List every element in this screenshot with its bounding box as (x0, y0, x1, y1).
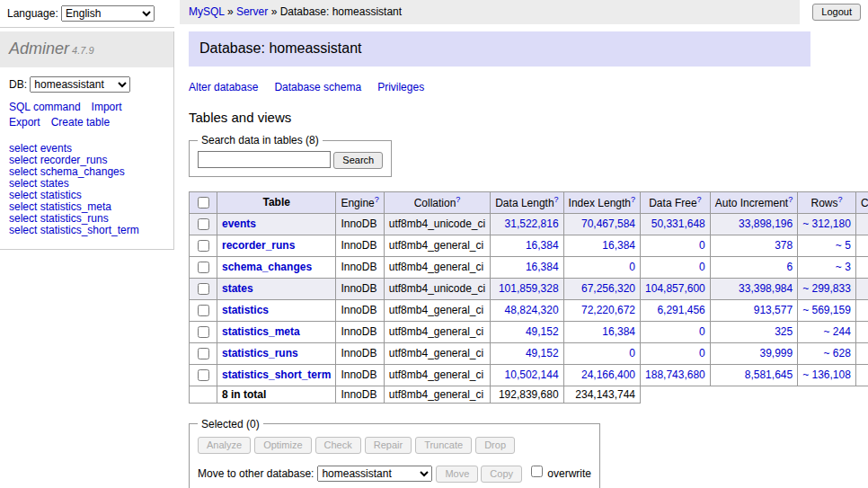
menu-links: SQL commandImportExportCreate table (9, 100, 164, 130)
data-length-cell: 31,522,816 (491, 213, 563, 235)
row-checkbox-statistics-meta[interactable] (198, 326, 209, 338)
row-checkbox-cell (190, 213, 217, 235)
move-label: Move to other database: (198, 467, 314, 480)
overwrite-label: overwrite (547, 467, 591, 480)
total-data-length-cell: 192,839,680 (491, 386, 563, 403)
rows-count-link[interactable]: ~ 136,108 (802, 368, 851, 381)
row-checkbox-states[interactable] (198, 283, 209, 295)
drop-button[interactable]: Drop (475, 437, 515, 454)
engine-cell: InnoDB (336, 278, 384, 299)
table-link-events[interactable]: events (222, 217, 256, 230)
table-link-states[interactable]: states (222, 282, 253, 295)
rows-cell: ~ 628 (798, 342, 856, 364)
row-checkbox-cell (190, 364, 217, 386)
row-checkbox-events[interactable] (198, 218, 209, 230)
analyze-button[interactable]: Analyze (198, 437, 251, 454)
breadcrumb-server-link[interactable]: Server (236, 5, 268, 18)
row-checkbox-cell (190, 299, 217, 321)
col-header-collation: Collation? (384, 191, 490, 213)
topbar: MySQL » Server » Database: homeassistant… (180, 0, 868, 24)
data-length-cell: 49,152 (491, 342, 563, 364)
search-input[interactable] (198, 151, 331, 168)
table-link-recorder-runs[interactable]: recorder_runs (222, 239, 295, 252)
language-select[interactable]: English (61, 5, 155, 22)
table-link-statistics-short-term[interactable]: statistics_short_term (222, 368, 331, 381)
row-checkbox-statistics-runs[interactable] (198, 348, 209, 359)
menu-link-export[interactable]: Export (9, 116, 40, 129)
comment-cell (855, 235, 868, 256)
app-name[interactable]: Adminer (9, 40, 69, 58)
table-link-statistics[interactable]: statistics (222, 304, 269, 316)
menu-link-import[interactable]: Import (92, 101, 122, 113)
table-name-cell: statistics_meta (217, 321, 336, 342)
rows-count-link[interactable]: ~ 299,833 (802, 282, 851, 295)
database-schema-link[interactable]: Database schema (274, 81, 361, 93)
help-link[interactable]: ? (838, 195, 843, 204)
help-link[interactable]: ? (554, 195, 559, 204)
table-row-statistics: statisticsInnoDButf8mb4_general_ci48,824… (190, 299, 868, 321)
table-name-cell: events (217, 213, 336, 235)
total-label-cell: 8 in total (217, 386, 336, 403)
overwrite-checkbox[interactable] (531, 466, 543, 477)
table-row-recorder-runs: recorder_runsInnoDButf8mb4_general_ci16,… (190, 235, 868, 256)
rows-cell: ~ 299,833 (798, 278, 856, 299)
comment-cell (855, 342, 868, 364)
table-name-cell: states (217, 278, 336, 299)
rows-count-link[interactable]: ~ 312,180 (802, 217, 851, 230)
help-link[interactable]: ? (375, 195, 379, 204)
table-link-statistics-meta[interactable]: statistics_meta (222, 325, 300, 338)
selected-buttons-row: AnalyzeOptimizeCheckRepairTruncateDrop (198, 437, 591, 454)
data-free-cell: 188,743,680 (641, 364, 711, 386)
total-collation-cell: utf8mb4_general_ci (384, 386, 490, 403)
breadcrumb-mysql-link[interactable]: MySQL (189, 5, 225, 18)
language-label: Language: (7, 7, 58, 20)
rows-count-link[interactable]: ~ 5 (836, 239, 851, 252)
privileges-link[interactable]: Privileges (377, 81, 424, 93)
menu-link-sql-command[interactable]: SQL command (9, 101, 81, 113)
rows-count-link[interactable]: ~ 569,159 (802, 304, 851, 316)
search-button[interactable]: Search (333, 152, 383, 169)
db-select[interactable]: homeassistant (30, 76, 130, 93)
rows-count-link[interactable]: ~ 3 (836, 261, 851, 273)
table-link-schema-changes[interactable]: schema_changes (222, 261, 312, 273)
col-header-comment: Comment? (855, 191, 868, 213)
alter-database-link[interactable]: Alter database (189, 81, 258, 93)
help-link[interactable]: ? (456, 195, 460, 204)
col-header-label: Table (262, 196, 289, 209)
breadcrumb-separator: » (227, 5, 234, 18)
move-row: Move to other database:homeassistantMove… (198, 463, 591, 483)
help-link[interactable]: ? (788, 195, 793, 204)
data-free-cell: 0 (641, 235, 711, 256)
repair-button[interactable]: Repair (365, 437, 412, 454)
row-checkbox-statistics-short-term[interactable] (198, 369, 209, 381)
col-header-engine: Engine? (336, 191, 384, 213)
row-checkbox-recorder-runs[interactable] (198, 240, 209, 252)
sidebar-link-select-statistics-short-term[interactable]: select statistics_short_term (9, 225, 164, 236)
table-link-statistics-runs[interactable]: statistics_runs (222, 347, 298, 359)
check-button[interactable]: Check (315, 437, 361, 454)
move-db-select[interactable]: homeassistant (317, 466, 432, 482)
right-column: MySQL » Server » Database: homeassistant… (174, 0, 868, 488)
index-length-cell: 70,467,584 (563, 213, 640, 235)
page-title: Database: homeassistant (189, 31, 810, 67)
engine-cell: InnoDB (336, 364, 384, 386)
auto-increment-cell: 6 (710, 256, 797, 278)
menu-link-create-table[interactable]: Create table (51, 116, 110, 129)
select-all-checkbox[interactable] (198, 197, 209, 209)
row-checkbox-schema-changes[interactable] (198, 262, 209, 273)
help-link[interactable]: ? (631, 195, 635, 204)
logout-button[interactable]: Logout (812, 4, 861, 21)
data-length-cell: 101,859,328 (491, 278, 563, 299)
row-checkbox-statistics[interactable] (198, 305, 209, 316)
move-button[interactable]: Move (436, 466, 478, 483)
rows-cell: ~ 3 (798, 256, 856, 278)
db-selector-row: DB: homeassistant (9, 76, 164, 93)
truncate-button[interactable]: Truncate (415, 437, 472, 454)
table-name-cell: recorder_runs (217, 235, 336, 256)
rows-count-link[interactable]: ~ 628 (824, 347, 851, 359)
copy-button[interactable]: Copy (481, 466, 522, 483)
help-link[interactable]: ? (697, 195, 702, 204)
optimize-button[interactable]: Optimize (254, 437, 311, 454)
logout-area: Logout (800, 0, 868, 21)
rows-count-link[interactable]: ~ 244 (824, 325, 851, 338)
